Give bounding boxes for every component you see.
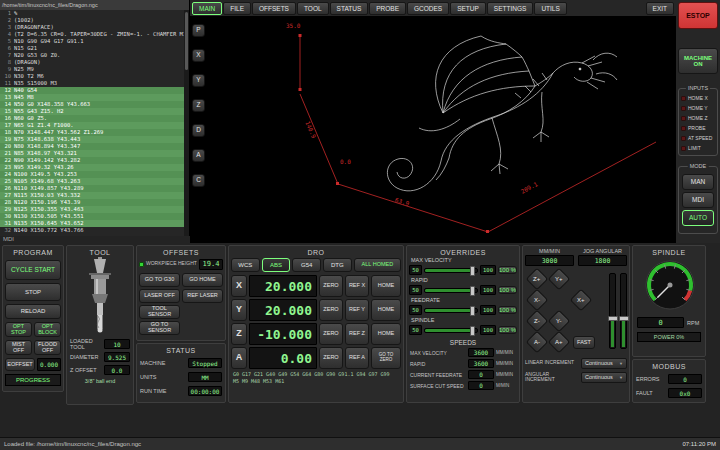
menu-tab-exit[interactable]: EXIT (646, 2, 674, 15)
gcode-line[interactable]: 32N140 X150.772 Y43.766 (0, 227, 184, 234)
gcode-line[interactable]: 23N95 X149.32 Y43.26 (0, 164, 184, 171)
gcode-line[interactable]: 19N75 X148.638 Y43.443 (0, 136, 184, 143)
gcode-listing[interactable]: 1%2(1002)3(DRAGONFACE)4(T2 D=6.35 CR=0. … (0, 10, 184, 236)
gcode-line[interactable]: 12N40 G54 (0, 87, 184, 94)
gcode-line[interactable]: 11N35 S15000 M3 (0, 80, 184, 87)
slider-handle-icon[interactable] (470, 266, 475, 276)
gcode-line[interactable]: 22N90 X149.142 Y43.282 (0, 157, 184, 164)
gcode-line[interactable]: 2(1002) (0, 17, 184, 24)
gcode-preview[interactable]: 35.0 140.9 63.9 209.1 0.0 PXYZDAC (190, 16, 676, 243)
override-slider-rapid[interactable] (424, 288, 478, 293)
offsets-button-tool-sensor[interactable]: TOOL SENSOR (139, 305, 180, 319)
gcode-line[interactable]: 16N60 G0 Z5. (0, 115, 184, 122)
gcode-line[interactable]: 5N10 G90 G94 G17 G91.1 (0, 38, 184, 45)
gcode-scrollbar[interactable] (184, 10, 189, 236)
gcode-line[interactable]: 25N105 X149.68 Y43.263 (0, 178, 184, 185)
zero-button-x[interactable]: ZERO (319, 275, 343, 297)
view-button-p[interactable]: P (192, 24, 205, 37)
gcode-line[interactable]: 4(T2 D=6.35 CR=0. TAPER=30DEG - ZMIN=-1.… (0, 31, 184, 38)
menu-tab-utils[interactable]: UTILS (534, 2, 566, 15)
slider-handle-icon[interactable] (470, 286, 475, 296)
offsets-button-laser-off[interactable]: LASER OFF (139, 289, 180, 303)
menu-tab-main[interactable]: MAIN (192, 2, 222, 15)
gcode-line[interactable]: 14N50 G0 X148.358 Y43.663 (0, 101, 184, 108)
gcode-line[interactable]: 20N80 X148.894 Y43.347 (0, 143, 184, 150)
home-button-y[interactable]: HOME (371, 299, 401, 321)
override-slider-max-velocity[interactable] (424, 268, 478, 273)
ref-button-y[interactable]: REF Y (345, 299, 369, 321)
dro-header-abs[interactable]: ABS (262, 258, 291, 272)
mode-button-auto[interactable]: AUTO (682, 210, 714, 226)
view-button-a[interactable]: A (192, 149, 205, 162)
offsets-button-ref-laser[interactable]: REF LASER (182, 289, 223, 303)
menu-tab-file[interactable]: FILE (223, 2, 251, 15)
gcode-line[interactable]: 10N30 T2 M6 (0, 73, 184, 80)
angular-increment-dropdown[interactable]: Continuous ▼ (581, 372, 627, 383)
dro-header-all-homed[interactable]: ALL HOMED (354, 258, 401, 272)
gcode-line[interactable]: 29N125 X150.355 Y43.463 (0, 206, 184, 213)
cycle-start-button[interactable]: CYCLE START (5, 260, 61, 280)
gcode-line[interactable]: 3(DRAGONFACE) (0, 24, 184, 31)
gcode-line[interactable]: 28N120 X150.196 Y43.39 (0, 199, 184, 206)
jog-button-y-[interactable]: Y- (548, 310, 571, 333)
jog-button-a+[interactable]: A+ (548, 331, 571, 354)
eoffset-button[interactable]: EOFFSET (5, 358, 35, 371)
dro-header-g54[interactable]: G54 (292, 258, 321, 272)
offsets-button-go-to-sensor[interactable]: GO TO SENSOR (139, 321, 180, 335)
slider-handle-icon[interactable] (619, 316, 629, 321)
override-slider-feedrate[interactable] (424, 308, 478, 313)
gcode-line[interactable]: 27N115 X150.03 Y43.332 (0, 192, 184, 199)
stop-button[interactable]: STOP (5, 283, 61, 301)
menu-tab-tool[interactable]: TOOL (297, 2, 329, 15)
gcode-line[interactable]: 1% (0, 10, 184, 17)
gcode-line[interactable]: 26N110 X149.857 Y43.289 (0, 185, 184, 192)
gcode-line[interactable]: 8(DRAGON) (0, 59, 184, 66)
menu-tab-offsets[interactable]: OFFSETS (252, 2, 296, 15)
scrollbar-thumb[interactable] (185, 12, 188, 70)
gcode-line[interactable]: 30N130 X150.505 Y43.551 (0, 213, 184, 220)
view-button-x[interactable]: X (192, 49, 205, 62)
view-button-c[interactable]: C (192, 174, 205, 187)
offsets-button-go-home[interactable]: GO HOME (182, 273, 223, 287)
axis-button-a[interactable]: A (231, 347, 247, 369)
dro-header-dtg[interactable]: DTG (323, 258, 352, 272)
jog-linear-speed-slider[interactable] (609, 273, 616, 349)
slider-handle-icon[interactable] (608, 316, 618, 321)
jog-button-x+[interactable]: X+ (570, 289, 593, 312)
home-button-x[interactable]: HOME (371, 275, 401, 297)
zero-button-y[interactable]: ZERO (319, 299, 343, 321)
mode-button-mdi[interactable]: MDI (682, 192, 714, 208)
estop-button[interactable]: ESTOP (678, 2, 718, 29)
view-button-y[interactable]: Y (192, 74, 205, 87)
jog-button-fast[interactable]: FAST (573, 336, 595, 349)
ref-button-z[interactable]: REF Z (345, 323, 369, 345)
menu-tab-gcodes[interactable]: GCODES (407, 2, 449, 15)
offsets-button-go-to-g30[interactable]: GO TO G30 (139, 273, 180, 287)
axis-button-x[interactable]: X (231, 275, 247, 297)
gcode-line[interactable]: 31N135 X150.645 Y43.652 (0, 220, 184, 227)
jog-button-z-[interactable]: Z- (526, 310, 549, 333)
gcode-line[interactable]: 9N25 M9 (0, 66, 184, 73)
view-button-d[interactable]: D (192, 124, 205, 137)
gcode-line[interactable]: 6N15 G21 (0, 45, 184, 52)
zero-button-a[interactable]: ZERO (319, 347, 343, 369)
mist-button[interactable]: MIST OFF (5, 340, 32, 355)
slider-handle-icon[interactable] (470, 326, 475, 336)
machine-on-button[interactable]: MACHINE ON (678, 48, 718, 74)
jog-button-y+[interactable]: Y+ (548, 268, 571, 291)
ref-button-a[interactable]: REF A (345, 347, 369, 369)
view-button-z[interactable]: Z (192, 99, 205, 112)
jog-button-a-[interactable]: A- (526, 331, 549, 354)
jog-button-x-[interactable]: X- (526, 289, 549, 312)
gcode-line[interactable]: 17N65 G1 Z1.4 F1000. (0, 122, 184, 129)
gcode-line[interactable]: 7N20 G53 G0 Z0. (0, 52, 184, 59)
ref-button-x[interactable]: REF X (345, 275, 369, 297)
override-reset-button[interactable]: 100 % (498, 286, 517, 294)
home-button-a[interactable]: GO TO ZERO (371, 347, 401, 369)
gcode-line[interactable]: 13N45 M8 (0, 94, 184, 101)
flood-button[interactable]: FLOOD OFF (34, 340, 61, 355)
override-reset-button[interactable]: 100 % (498, 266, 517, 274)
slider-handle-icon[interactable] (470, 306, 475, 316)
gcode-line[interactable]: 21N85 X148.97 Y43.321 (0, 150, 184, 157)
menu-tab-settings[interactable]: SETTINGS (487, 2, 534, 15)
